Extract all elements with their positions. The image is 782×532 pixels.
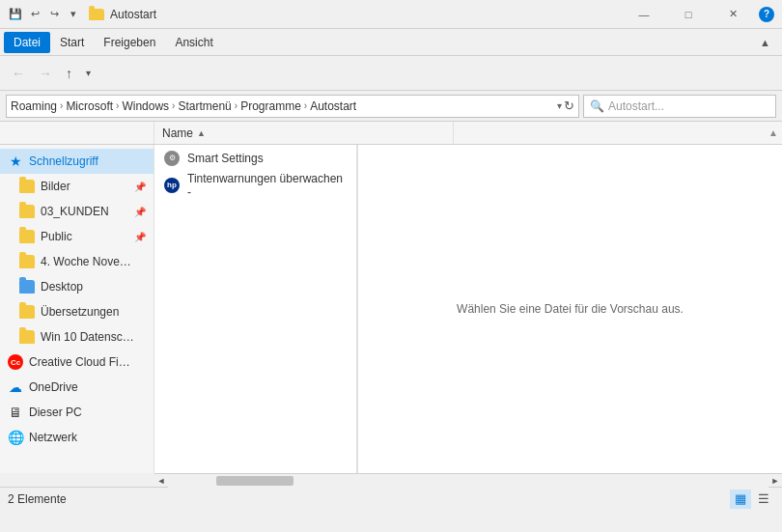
path-dropdown-arrow[interactable]: ▾: [557, 100, 562, 111]
preview-pane: Wählen Sie eine Datei für die Vorschau a…: [357, 145, 782, 473]
folder-4woche-icon: [19, 254, 35, 269]
view-details-button[interactable]: ☰: [753, 490, 774, 509]
close-button[interactable]: ✕: [711, 0, 755, 29]
menu-freigeben[interactable]: Freigeben: [94, 32, 165, 53]
sidebar-label-schnellzugriff: Schnellzugriff: [29, 154, 98, 168]
pin-bilder: 📌: [134, 182, 146, 192]
toolbar: ← → ↑ ▾: [0, 56, 782, 91]
title-bar: 💾 ↩ ↪ ▾ Autostart — □ ✕ ?: [0, 0, 782, 29]
path-autostart[interactable]: Autostart: [310, 99, 356, 113]
file-item-smart-settings[interactable]: ⚙ Smart Settings: [154, 145, 356, 172]
sidebar-item-netzwerk[interactable]: 🌐 Netzwerk: [0, 425, 154, 450]
sidebar-item-schnellzugriff[interactable]: ★ Schnellzugriff: [0, 149, 154, 174]
sidebar-label-dieser-pc: Dieser PC: [29, 406, 82, 419]
ribbon-toggle[interactable]: ▲: [752, 33, 778, 52]
sidebar-item-bilder[interactable]: Bilder 📌: [0, 174, 154, 199]
smart-settings-icon: ⚙: [162, 149, 182, 168]
path-refresh-button[interactable]: ↻: [564, 98, 574, 113]
preview-empty-text: Wählen Sie eine Datei für die Vorschau a…: [457, 302, 684, 316]
path-roaming[interactable]: Roaming: [11, 99, 57, 113]
recent-button[interactable]: ▾: [80, 60, 97, 87]
address-path-box[interactable]: Roaming › Microsoft › Windows › Startmen…: [6, 95, 579, 118]
back-button[interactable]: ←: [6, 60, 31, 87]
status-bar: 2 Elemente ▦ ☰: [0, 487, 782, 510]
sidebar-label-03kunden: 03_KUNDEN: [41, 205, 109, 218]
redo-icon: ↪: [46, 7, 62, 22]
sidebar-item-03kunden[interactable]: 03_KUNDEN 📌: [0, 199, 154, 224]
column-header-row: Name ▲ ▲: [0, 122, 782, 145]
sidebar-item-onedrive[interactable]: ☁ OneDrive: [0, 375, 154, 400]
sidebar-item-dieser-pc[interactable]: 🖥 Dieser PC: [0, 400, 154, 425]
hscroll-right[interactable]: ►: [768, 474, 782, 488]
cc-icon: Cc: [8, 354, 23, 370]
file-name-tintenwarnungen: Tintenwarnungen überwachen -: [187, 172, 349, 199]
folder-bilder-icon: [19, 179, 35, 194]
maximize-button[interactable]: □: [666, 0, 711, 29]
pc-icon: 🖥: [8, 405, 23, 420]
path-windows[interactable]: Windows: [122, 99, 169, 113]
sidebar-item-desktop[interactable]: Desktop: [0, 274, 154, 299]
window-title: Autostart: [110, 8, 156, 21]
sidebar-label-4woche: 4. Woche Novembe: [41, 255, 137, 268]
path-programme[interactable]: Programme: [240, 99, 301, 113]
menu-start[interactable]: Start: [50, 32, 94, 53]
sort-arrow: ▲: [197, 128, 206, 138]
hscroll-track[interactable]: [168, 474, 768, 488]
search-placeholder: Autostart...: [608, 99, 664, 113]
sidebar-item-uebersetzungen[interactable]: Übersetzungen: [0, 299, 154, 324]
path-segment: Roaming › Microsoft › Windows › Startmen…: [11, 99, 356, 113]
address-bar: Roaming › Microsoft › Windows › Startmen…: [0, 91, 782, 122]
sidebar: ★ Schnellzugriff Bilder 📌 03_KUNDEN 📌 Pu…: [0, 145, 154, 473]
help-button[interactable]: ?: [759, 7, 774, 22]
network-icon: 🌐: [8, 430, 23, 445]
menu-datei[interactable]: Datei: [4, 32, 50, 53]
folder-desktop-icon: [19, 279, 35, 294]
folder-win10-icon: [19, 329, 35, 345]
sidebar-label-netzwerk: Netzwerk: [29, 431, 77, 444]
file-list[interactable]: ⚙ Smart Settings hp Tintenwarnungen über…: [154, 145, 357, 473]
hscroll-thumb[interactable]: [216, 476, 293, 486]
menu-bar: Datei Start Freigeben Ansicht ▲: [0, 29, 782, 56]
scroll-up-header: ▲: [454, 122, 782, 144]
up-button[interactable]: ↑: [60, 60, 78, 87]
window-controls: — □ ✕: [622, 0, 755, 29]
pin-03kunden: 📌: [134, 207, 146, 217]
hscroll-left[interactable]: ◄: [154, 474, 168, 488]
name-column-header[interactable]: Name ▲: [154, 122, 454, 144]
minimize-button[interactable]: —: [622, 0, 666, 29]
sidebar-label-onedrive: OneDrive: [29, 380, 78, 394]
file-item-tintenwarnungen[interactable]: hp Tintenwarnungen überwachen -: [154, 172, 356, 199]
onedrive-icon: ☁: [8, 379, 23, 395]
folder-uebersetzungen-icon: [19, 304, 35, 320]
search-box[interactable]: 🔍 Autostart...: [583, 95, 776, 118]
folder-03kunden-icon: [19, 204, 35, 219]
title-bar-icons: 💾 ↩ ↪ ▾: [8, 7, 81, 22]
main-container: ★ Schnellzugriff Bilder 📌 03_KUNDEN 📌 Pu…: [0, 145, 782, 473]
sidebar-item-win10[interactable]: Win 10 Datenschutz: [0, 324, 154, 350]
path-startmenu[interactable]: Startmenü: [178, 99, 231, 113]
sidebar-header-spacer: [0, 122, 154, 144]
item-count: 2 Elemente: [8, 492, 67, 506]
folder-title-icon: [89, 9, 104, 20]
path-microsoft[interactable]: Microsoft: [66, 99, 113, 113]
sidebar-label-bilder: Bilder: [41, 180, 70, 193]
sidebar-item-creativecloud[interactable]: Cc Creative Cloud Files: [0, 350, 154, 375]
view-large-icons-button[interactable]: ▦: [730, 490, 751, 509]
sidebar-item-4woche[interactable]: 4. Woche Novembe: [0, 249, 154, 274]
file-name-smart-settings: Smart Settings: [187, 152, 264, 165]
forward-button[interactable]: →: [33, 60, 58, 87]
star-icon: ★: [8, 154, 23, 169]
sidebar-label-win10: Win 10 Datenschutz: [41, 330, 137, 344]
sidebar-item-public[interactable]: Public 📌: [0, 224, 154, 249]
save-icon: 💾: [8, 7, 23, 22]
folder-public-icon: [19, 229, 35, 244]
dropdown-icon[interactable]: ▾: [66, 7, 81, 22]
undo-icon: ↩: [27, 7, 42, 22]
sidebar-label-desktop: Desktop: [41, 280, 83, 294]
pin-public: 📌: [134, 232, 146, 242]
menu-ansicht[interactable]: Ansicht: [165, 32, 222, 53]
view-toggle-group: ▦ ☰: [730, 490, 774, 509]
search-icon: 🔍: [590, 99, 604, 113]
sidebar-label-uebersetzungen: Übersetzungen: [41, 305, 119, 319]
sidebar-label-creativecloud: Creative Cloud Files: [29, 355, 130, 369]
